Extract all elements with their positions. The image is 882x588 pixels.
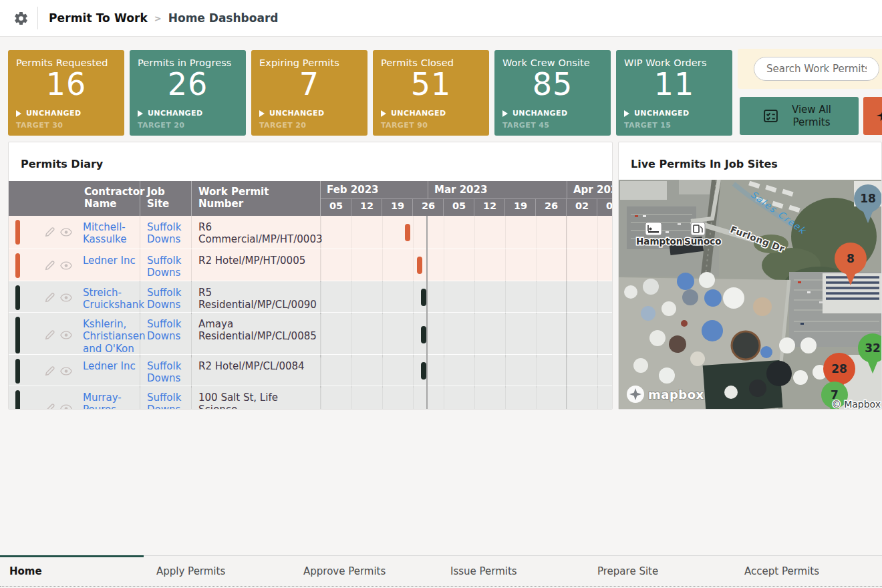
spark-icon	[874, 107, 882, 125]
trend-arrow-icon	[138, 110, 143, 117]
trend-arrow-icon	[502, 110, 508, 117]
status-cell	[9, 249, 38, 282]
week-label: 12	[483, 200, 496, 211]
job-site-link[interactable]: Suffolk Downs	[147, 287, 181, 311]
pencil-icon	[44, 403, 55, 410]
contractor-link[interactable]: Kshlerin, Christiansen and O'Kon	[83, 318, 145, 355]
edit-permit-button[interactable]	[44, 329, 55, 341]
view-permit-button[interactable]	[60, 331, 72, 339]
bottom-nav-label: Home	[9, 565, 42, 577]
view-all-permits-label: View All Permits	[787, 104, 837, 129]
edit-permit-button[interactable]	[44, 227, 55, 238]
kpi-card[interactable]: Permits in Progress 26 UNCHANGED TARGET …	[130, 50, 246, 136]
permit-row: Ledner Inc Suffolk Downs R2 Hotel/MP/CL/…	[9, 355, 612, 386]
schedule-marker[interactable]	[421, 326, 426, 343]
header-actions-col	[38, 181, 78, 216]
bottom-nav-item[interactable]: Prepare Site	[588, 556, 735, 586]
map-title: Live Permits In Job Sites	[631, 158, 778, 170]
schedule-marker[interactable]	[421, 362, 426, 380]
bottom-nav-item[interactable]: Apply Permits	[147, 556, 294, 586]
job-site-link[interactable]: Suffolk Downs	[147, 221, 181, 245]
kpi-card[interactable]: Permits Closed 51 UNCHANGED TARGET 90	[373, 50, 489, 136]
schedule-marker[interactable]	[417, 257, 422, 274]
permit-number: R6 Commercial/MP/HT/0003	[191, 216, 320, 249]
permit-row: Kshlerin, Christiansen and O'Kon Suffolk…	[9, 313, 612, 355]
status-cell	[9, 281, 38, 314]
job-site-link[interactable]: Suffolk Downs	[147, 360, 181, 384]
week-label: 19	[391, 200, 404, 211]
settings-button[interactable]	[9, 7, 32, 29]
search-panel	[738, 49, 882, 89]
job-site-link[interactable]: Suffolk Downs	[147, 255, 181, 279]
kpi-target: TARGET 20	[138, 121, 184, 130]
kpi-card[interactable]: Work Crew Onsite 85 UNCHANGED TARGET 45	[494, 50, 611, 136]
header-status-col	[9, 181, 38, 216]
job-site-link[interactable]: Suffolk Downs	[147, 318, 181, 342]
today-line	[426, 216, 428, 409]
eye-icon	[60, 367, 72, 376]
row-actions	[38, 281, 78, 314]
week-label: 05	[452, 200, 466, 211]
mapbox-logo[interactable]: mapbox	[627, 386, 704, 403]
edit-permit-button[interactable]	[44, 403, 55, 410]
view-permit-button[interactable]	[60, 293, 72, 302]
bottom-nav-item[interactable]: Home	[0, 556, 147, 586]
bottom-nav-label: Issue Permits	[450, 565, 517, 577]
status-pill	[15, 220, 20, 245]
kpi-card[interactable]: Permits Requested 16 UNCHANGED TARGET 30	[8, 50, 124, 136]
schedule-marker[interactable]	[405, 224, 410, 241]
contractor-link[interactable]: Ledner Inc	[83, 255, 136, 267]
eye-icon	[60, 228, 72, 237]
svg-text:28: 28	[831, 362, 847, 376]
checklist-icon	[762, 108, 779, 124]
kpi-value: 16	[16, 68, 116, 102]
svg-text:8: 8	[847, 252, 855, 265]
view-permit-button[interactable]	[60, 404, 72, 410]
status-pill	[15, 317, 20, 353]
bottom-nav: Home Apply Permits Approve Permits Issue…	[0, 555, 882, 587]
edit-permit-button[interactable]	[44, 260, 55, 271]
kpi-trend-label: UNCHANGED	[148, 109, 202, 118]
breadcrumb-app-title[interactable]: Permit To Work	[49, 11, 148, 25]
kpi-trend-label: UNCHANGED	[634, 109, 689, 118]
breadcrumb-page-title: Home Dashboard	[168, 11, 279, 25]
months-row: Feb 2023Mar 2023Apr 2023	[321, 181, 613, 199]
bottom-nav-label: Approve Permits	[303, 565, 386, 577]
bottom-nav-label: Accept Permits	[744, 565, 819, 577]
bottom-nav-label: Prepare Site	[597, 565, 658, 577]
bottom-nav-item[interactable]: Issue Permits	[441, 556, 588, 586]
kpi-card[interactable]: Expiring Permits 7 UNCHANGED TARGET 20	[251, 50, 368, 136]
trend-arrow-icon	[16, 110, 21, 117]
view-permit-button[interactable]	[60, 261, 72, 270]
hot-work-button[interactable]	[863, 97, 882, 135]
edit-permit-button[interactable]	[44, 292, 55, 303]
row-actions	[38, 249, 78, 282]
view-permit-button[interactable]	[60, 367, 72, 376]
contractor-link[interactable]: Streich-Cruickshank	[83, 287, 144, 311]
status-cell	[9, 386, 38, 410]
kpi-value: 85	[502, 68, 603, 102]
contractor-link[interactable]: Mitchell-Kassulke	[83, 221, 126, 245]
satellite-map[interactable]: Sales Creek Furlong Dr Hampton Sunoco 18…	[619, 180, 881, 409]
kpi-card[interactable]: WIP Work Orders 11 UNCHANGED TARGET 15	[616, 50, 732, 136]
view-all-permits-button[interactable]: View All Permits	[740, 97, 859, 135]
timeline-cell	[320, 313, 612, 357]
gear-icon	[13, 11, 29, 26]
pencil-icon	[44, 227, 55, 238]
view-permit-button[interactable]	[60, 228, 72, 237]
live-permits-panel: Live Permits In Job Sites	[618, 142, 882, 410]
map-attribution[interactable]: © Mapbox	[832, 399, 881, 409]
job-site-link[interactable]: Suffolk Downs	[147, 392, 181, 410]
kpi-value: 11	[624, 68, 724, 102]
contractor-link[interactable]: Ledner Inc	[83, 360, 136, 372]
month-divider-line	[566, 216, 567, 409]
schedule-marker[interactable]	[421, 289, 426, 306]
bottom-nav-item[interactable]: Accept Permits	[735, 556, 882, 586]
bottom-nav-item[interactable]: Approve Permits	[294, 556, 441, 586]
kpi-trend-label: UNCHANGED	[26, 109, 81, 118]
row-actions	[38, 355, 78, 388]
contractor-link[interactable]: Murray-Pouros	[83, 392, 122, 410]
search-input[interactable]	[754, 57, 879, 81]
edit-permit-button[interactable]	[44, 365, 55, 377]
breadcrumb: Permit To Work > Home Dashboard	[49, 11, 278, 25]
